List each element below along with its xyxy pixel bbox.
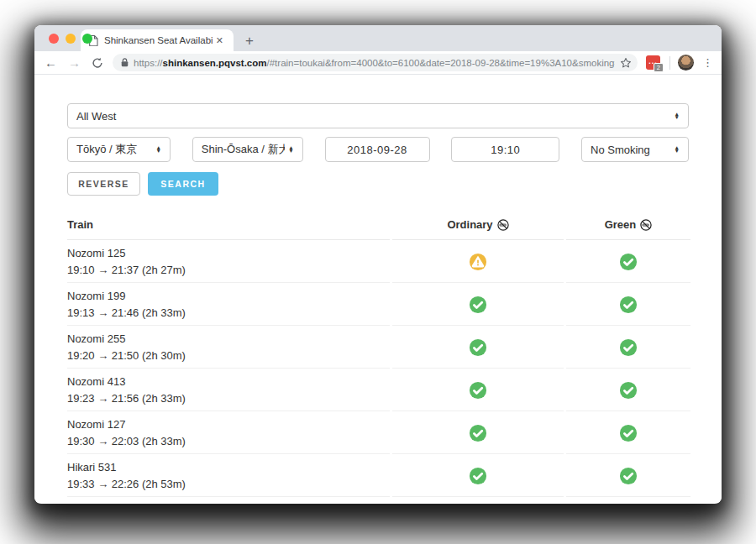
secure-lock-icon[interactable] bbox=[121, 58, 129, 67]
table-row[interactable]: Nozomi 199 19:13 → 21:46 (2h 33m) bbox=[67, 283, 689, 326]
green-status-cell bbox=[566, 454, 690, 497]
train-name: Nozomi 199 bbox=[67, 289, 390, 303]
date-value: 2018-09-28 bbox=[347, 144, 407, 156]
green-status-cell bbox=[566, 240, 690, 283]
ordinary-status-cell bbox=[392, 283, 564, 326]
search-button[interactable]: SEARCH bbox=[148, 172, 218, 196]
close-tab-icon[interactable]: ✕ bbox=[213, 34, 227, 48]
column-header-green: Green bbox=[566, 218, 690, 240]
tab-title: Shinkansen Seat Availability bbox=[104, 35, 213, 45]
train-results-table: Train Ordinary Green Nozomi 125 19:10 → … bbox=[67, 218, 689, 503]
ordinary-status-cell bbox=[392, 240, 564, 283]
train-time: 19:10 → 21:37 (2h 27m) bbox=[67, 263, 390, 277]
zoom-window-button[interactable] bbox=[82, 34, 92, 44]
close-window-button[interactable] bbox=[49, 34, 59, 44]
column-header-train: Train bbox=[67, 218, 390, 240]
table-row[interactable]: Nozomi 127 19:30 → 22:03 (2h 33m) bbox=[67, 411, 689, 454]
time-input[interactable]: 19:10 bbox=[451, 137, 559, 162]
browser-toolbar: ← → https://shinkansen.pqvst.com/#train=… bbox=[34, 51, 722, 75]
ordinary-status-cell bbox=[392, 454, 564, 497]
traffic-lights bbox=[49, 34, 92, 44]
address-bar[interactable]: https://shinkansen.pqvst.com/#train=touk… bbox=[113, 54, 638, 71]
tab-strip: Shinkansen Seat Availability ✕ + bbox=[34, 25, 722, 51]
ordinary-status-cell bbox=[392, 369, 564, 411]
browser-tab[interactable]: Shinkansen Seat Availability ✕ bbox=[81, 29, 234, 51]
forward-button[interactable]: → bbox=[68, 56, 81, 69]
reload-button[interactable] bbox=[92, 57, 103, 69]
green-status-cell bbox=[566, 411, 690, 454]
train-info-cell: Nozomi 199 19:13 → 21:46 (2h 33m) bbox=[67, 283, 390, 326]
to-station-select[interactable]: Shin-Ōsaka / 新大阪 ▲▼ bbox=[192, 137, 303, 162]
train-table-body: Nozomi 125 19:10 → 21:37 (2h 27m) Nozomi… bbox=[67, 240, 689, 503]
ok-check-icon bbox=[619, 296, 638, 314]
ok-check-icon bbox=[469, 467, 487, 485]
no-smoking-icon bbox=[497, 219, 509, 231]
new-tab-button[interactable]: + bbox=[245, 34, 254, 48]
extension-icon[interactable]: ... 2 bbox=[646, 55, 660, 70]
green-status-cell bbox=[566, 369, 690, 411]
chevron-up-down-icon: ▲▼ bbox=[156, 146, 161, 154]
ok-check-icon bbox=[469, 381, 487, 400]
browser-menu-icon[interactable]: ⋮ bbox=[702, 56, 713, 69]
green-status-cell bbox=[566, 497, 690, 503]
ordinary-status-cell bbox=[392, 497, 564, 503]
train-name: Nozomi 127 bbox=[67, 417, 390, 432]
profile-avatar[interactable] bbox=[678, 55, 694, 71]
search-form-row: Tōkyō / 東京 ▲▼ Shin-Ōsaka / 新大阪 ▲▼ 2018-0… bbox=[67, 137, 689, 162]
train-time: 19:23 → 21:56 (2h 33m) bbox=[67, 391, 390, 405]
table-row[interactable]: Nozomi 413 19:23 → 21:56 (2h 33m) bbox=[67, 369, 689, 411]
url-path: /#train=toukai&from=4000&to=6100&date=20… bbox=[267, 58, 615, 68]
smoking-value: No Smoking bbox=[591, 144, 671, 156]
column-header-ordinary: Ordinary bbox=[392, 218, 564, 240]
train-info-cell: Nozomi 413 19:23 → 21:56 (2h 33m) bbox=[67, 369, 390, 411]
green-status-cell bbox=[566, 326, 690, 369]
table-row[interactable]: Nozomi 415 bbox=[67, 497, 689, 503]
train-time: 19:13 → 21:46 (2h 33m) bbox=[67, 306, 390, 320]
ordinary-label: Ordinary bbox=[447, 218, 492, 231]
chevron-up-down-icon: ▲▼ bbox=[288, 146, 293, 154]
url-host: shinkansen.pqvst.com bbox=[163, 58, 267, 68]
train-name: Nozomi 413 bbox=[67, 374, 390, 389]
url-scheme: https:// bbox=[134, 58, 163, 68]
ok-check-icon bbox=[619, 381, 638, 400]
train-name: Nozomi 255 bbox=[67, 332, 390, 346]
ordinary-status-cell bbox=[392, 326, 564, 369]
line-select[interactable]: All West ▲▼ bbox=[67, 103, 689, 128]
line-select-value: All West bbox=[76, 110, 671, 123]
time-value: 19:10 bbox=[491, 144, 520, 156]
chevron-up-down-icon: ▲▼ bbox=[675, 146, 680, 154]
reverse-button[interactable]: REVERSE bbox=[67, 172, 140, 196]
browser-window: Shinkansen Seat Availability ✕ + ← → htt… bbox=[34, 25, 722, 504]
smoking-select[interactable]: No Smoking ▲▼ bbox=[581, 137, 689, 162]
ok-check-icon bbox=[619, 253, 638, 271]
back-button[interactable]: ← bbox=[45, 56, 57, 69]
table-row[interactable]: Hikari 531 19:33 → 22:26 (2h 53m) bbox=[67, 454, 689, 497]
ok-check-icon bbox=[469, 338, 487, 357]
table-row[interactable]: Nozomi 125 19:10 → 21:37 (2h 27m) bbox=[67, 240, 689, 283]
ok-check-icon bbox=[469, 424, 487, 442]
ok-check-icon bbox=[619, 467, 638, 485]
to-station-value: Shin-Ōsaka / 新大阪 bbox=[202, 142, 286, 157]
table-row[interactable]: Nozomi 255 19:20 → 21:50 (2h 30m) bbox=[67, 326, 689, 369]
extension-badge: 2 bbox=[654, 63, 664, 73]
train-info-cell: Nozomi 125 19:10 → 21:37 (2h 27m) bbox=[67, 240, 390, 283]
ordinary-status-cell bbox=[392, 411, 564, 454]
bookmark-star-icon[interactable] bbox=[620, 57, 632, 69]
train-info-cell: Nozomi 415 bbox=[67, 497, 390, 503]
url-text: https://shinkansen.pqvst.com/#train=touk… bbox=[134, 58, 615, 68]
warning-icon bbox=[469, 253, 487, 271]
train-info-cell: Nozomi 127 19:30 → 22:03 (2h 33m) bbox=[67, 411, 390, 454]
green-label: Green bbox=[605, 218, 637, 231]
table-header-row: Train Ordinary Green bbox=[67, 218, 689, 240]
toolbar-divider bbox=[669, 56, 670, 70]
green-status-cell bbox=[566, 283, 690, 326]
from-station-select[interactable]: Tōkyō / 東京 ▲▼ bbox=[67, 137, 171, 162]
train-time: 19:20 → 21:50 (2h 30m) bbox=[67, 348, 390, 363]
minimize-window-button[interactable] bbox=[66, 34, 76, 44]
train-time: 19:33 → 22:26 (2h 53m) bbox=[67, 477, 390, 491]
date-input[interactable]: 2018-09-28 bbox=[325, 137, 430, 162]
train-info-cell: Hikari 531 19:33 → 22:26 (2h 53m) bbox=[67, 454, 390, 497]
ok-check-icon bbox=[469, 296, 487, 314]
chevron-up-down-icon: ▲▼ bbox=[675, 112, 680, 120]
page-content: All West ▲▼ Tōkyō / 東京 ▲▼ Shin-Ōsaka / 新… bbox=[34, 75, 722, 503]
